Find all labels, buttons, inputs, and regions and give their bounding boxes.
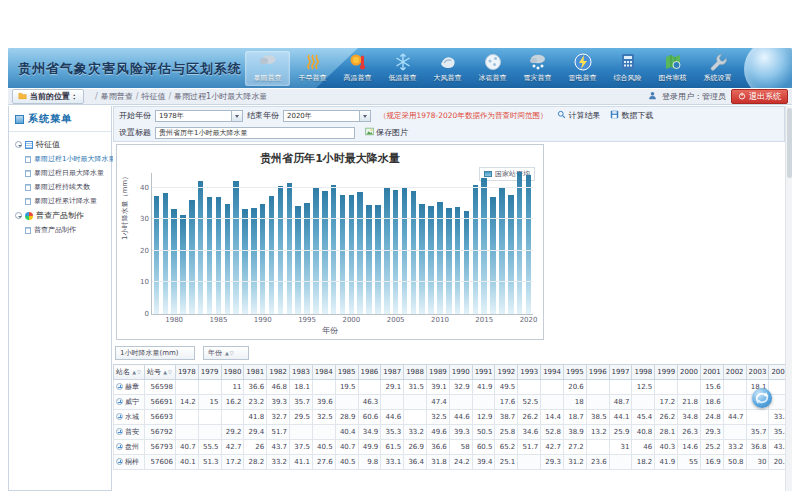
high-temp-icon [348,52,368,72]
value-cell: 40.7 [175,440,198,455]
floating-helper-button[interactable] [752,388,772,408]
bar-2009 [428,206,433,314]
value-cell: 12.5 [632,380,655,395]
sidebar-tree: 特征值暴雨过程1小时最大降水量暴雨过程日最大降水量暴雨过程持续天数暴雨过程累计降… [9,132,111,242]
calculate-button[interactable]: 计算结果 [557,110,600,121]
value-cell: 39.6 [312,395,335,410]
row-expander-icon[interactable] [116,443,123,450]
value-cell [198,410,221,425]
start-year-select[interactable]: 1978年 [155,110,243,122]
value-cell: 18.7 [563,410,586,425]
year-field-box[interactable]: 年份 ▲▽ [203,346,249,360]
breadcrumb-segment[interactable]: 暴雨过程1小时最大降水量 [174,92,267,101]
station-name-header[interactable]: 站名 ▲▽ [114,365,145,380]
nav-item-雷电普查[interactable]: 雷电普查 [560,51,605,86]
sidebar-item-暴雨过程日最大降水量[interactable]: 暴雨过程日最大降水量 [11,166,109,180]
sidebar: 系统菜单 特征值暴雨过程1小时最大降水量暴雨过程日最大降水量暴雨过程持续天数暴雨… [8,106,112,491]
row-expander-icon[interactable] [116,428,123,435]
pie-icon [25,212,33,220]
bar-slot [365,173,374,314]
value-cell: 47.4 [426,395,449,410]
breadcrumb-separator: / [168,92,171,101]
table-row-赫章: 赫章565981136.646.818.119.529.131.539.132.… [114,380,786,395]
tree-group-普查产品制作[interactable]: 普查产品制作 [11,208,109,223]
nav-item-系统设置[interactable]: 系统设置 [695,51,740,86]
row-expander-icon[interactable] [116,458,123,465]
station-name-cell: 赫章 [114,380,145,395]
value-cell: 33.2 [723,440,746,455]
bar-2002 [366,205,371,314]
sidebar-item-暴雨过程持续天数[interactable]: 暴雨过程持续天数 [11,180,109,194]
x-tick-label: 2010 [431,316,449,324]
sidebar-item-暴雨过程1小时最大降水量[interactable]: 暴雨过程1小时最大降水量 [11,152,109,166]
gridline [152,218,533,219]
breadcrumb-segment[interactable]: 暴雨普查 [101,92,133,101]
nav-item-低温普查[interactable]: 低温普查 [380,51,425,86]
breadcrumb-separator: / [136,92,139,101]
breadcrumb: /暴雨普查/特征值/暴雨过程1小时最大降水量 [92,91,267,102]
sidebar-item-暴雨过程累计降水量[interactable]: 暴雨过程累计降水量 [11,194,109,208]
value-cell: 27.6 [312,455,335,470]
bar-slot [436,173,445,314]
row-expander-icon[interactable] [116,398,123,405]
table-row-盘州: 盘州5679340.755.542.72643.737.540.540.749.… [114,440,786,455]
station-name-cell: 桐梓 [114,455,145,470]
nav-item-图件审核[interactable]: 图件审核 [650,51,695,86]
low-temp-icon [393,52,413,72]
value-cell: 26 [244,440,267,455]
bar-2007 [411,191,416,314]
year-column-header: 1984 [312,365,335,380]
nav-item-综合风险[interactable]: 综合风险 [605,51,650,86]
chart-title-input[interactable] [155,127,355,139]
value-cell [518,455,541,470]
year-column-header: 1979 [198,365,221,380]
tree-toggle-icon[interactable] [15,141,22,148]
bar-slot [320,173,329,314]
value-cell [290,425,313,440]
nav-item-高温普查[interactable]: 高温普查 [335,51,380,86]
year-column-header: 1993 [518,365,541,380]
bar-slot [515,173,524,314]
measure-field-box[interactable]: 1小时降水量(mm) [115,346,195,360]
value-cell: 55 [678,455,701,470]
bar-slot [356,173,365,314]
sidebar-item-普查产品制作[interactable]: 普查产品制作 [11,223,109,237]
document-icon [25,227,31,234]
value-cell: 51.7 [518,440,541,455]
value-cell: 31.2 [563,455,586,470]
save-disk-icon [610,110,619,121]
nav-item-label: 干旱普查 [299,73,327,83]
bar-slot [285,173,294,314]
year-column-header: 1992 [495,365,518,380]
scrollbar-thumb[interactable] [787,108,792,178]
nav-item-大风普查[interactable]: 大风普查 [425,51,470,86]
value-cell: 29.1 [381,380,404,395]
end-year-select[interactable]: 2020年 [283,110,371,122]
bar-slot [170,173,179,314]
bar-1989 [251,208,256,314]
station-id-header[interactable]: 站号 ▲▽ [144,365,175,380]
x-tick-label: 1995 [298,316,316,324]
table-row-普安: 普安5679229.229.451.740.434.935.333.249.63… [114,425,786,440]
breadcrumb-separator: / [95,92,98,101]
value-cell: 28.2 [244,455,267,470]
logout-button[interactable]: 退出系统 [731,89,788,104]
tree-toggle-icon[interactable] [15,212,22,219]
row-expander-icon[interactable] [116,413,123,420]
nav-item-雪灾普查[interactable]: 雪灾普查 [515,51,560,86]
query-toolbar: 开始年份 1978年 结束年份 2020年 （规定采用1978-2020年数据作… [113,106,785,142]
value-cell: 44.1 [609,410,632,425]
breadcrumb-segment[interactable]: 特征值 [141,92,165,101]
nav-item-暴雨普查[interactable]: 暴雨普查 [245,51,290,86]
tree-group-特征值[interactable]: 特征值 [11,137,109,152]
nav-item-冰雹普查[interactable]: 冰雹普查 [470,51,515,86]
nav-item-干旱普查[interactable]: 干旱普查 [290,51,335,86]
vertical-scrollbar[interactable] [785,106,792,491]
table-row-威宁: 威宁5669114.21516.223.239.335.739.646.347.… [114,395,786,410]
row-expander-icon[interactable] [116,383,123,390]
save-image-button[interactable]: 保存图片 [365,127,408,138]
year-column-header: 1985 [335,365,358,380]
value-cell: 39.1 [426,380,449,395]
download-button[interactable]: 数据下载 [610,110,653,121]
power-icon [738,92,746,102]
